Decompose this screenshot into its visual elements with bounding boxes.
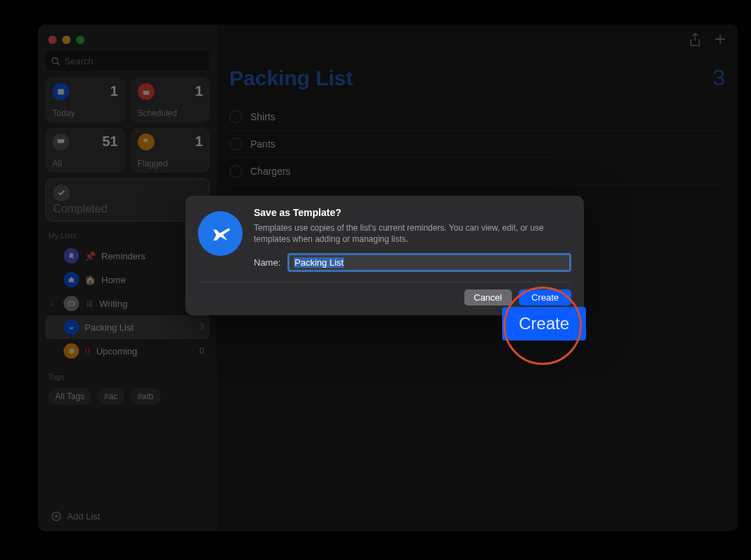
pin-icon: 📌 xyxy=(85,251,96,261)
tile-label: Today xyxy=(52,108,118,118)
tile-count: 1 xyxy=(195,83,203,99)
svg-rect-2 xyxy=(58,89,64,94)
tile-all[interactable]: 51 All xyxy=(45,128,125,173)
calendar-icon xyxy=(138,83,155,100)
maximize-window-button[interactable] xyxy=(76,36,85,44)
search-field[interactable] xyxy=(45,51,210,71)
plane-icon xyxy=(198,211,243,256)
reminder-title: Pants xyxy=(250,138,276,150)
tray-icon xyxy=(52,134,69,150)
reminder-title: Shirts xyxy=(250,111,276,122)
plane-icon xyxy=(64,320,79,335)
list-packing-list[interactable]: Packing List 3 xyxy=(45,315,210,339)
home-icon xyxy=(64,272,79,287)
complete-toggle[interactable] xyxy=(229,138,242,150)
window-controls xyxy=(45,33,210,51)
svg-rect-5 xyxy=(69,302,74,306)
list-label: Home xyxy=(101,275,126,285)
highlighted-create-button[interactable]: Create xyxy=(502,307,586,340)
tags: All Tags #ac #atb xyxy=(45,385,210,408)
smart-list-tiles: 1 Today 1 Scheduled 51 xyxy=(45,78,210,173)
tile-count: 1 xyxy=(110,83,117,99)
complete-toggle[interactable] xyxy=(229,110,242,123)
chevron-right-icon[interactable]: › xyxy=(51,300,58,308)
tile-label: Scheduled xyxy=(138,108,203,118)
tile-today[interactable]: 1 Today xyxy=(45,78,125,122)
name-label: Name: xyxy=(254,257,280,268)
save-template-modal: Save as Template? Templates use copies o… xyxy=(185,196,584,315)
template-name-value: Packing List xyxy=(294,257,344,268)
bookmark-icon xyxy=(64,248,79,264)
tile-scheduled[interactable]: 1 Scheduled xyxy=(131,78,210,122)
reminder-title: Chargers xyxy=(250,166,291,177)
tag-atb[interactable]: #atb xyxy=(130,388,160,405)
search-icon xyxy=(51,57,60,66)
svg-line-1 xyxy=(57,62,59,64)
tag-ac[interactable]: #ac xyxy=(97,388,124,405)
display-icon: 🖥 xyxy=(85,299,94,309)
search-input[interactable] xyxy=(63,55,204,67)
plus-circle-icon xyxy=(51,511,62,522)
section-mylists-title: My Lists xyxy=(48,231,207,240)
list-upcoming[interactable]: ✱ !! Upcoming 0 xyxy=(45,339,210,363)
calendar-today-icon xyxy=(52,83,69,100)
asterisk-icon: ✱ xyxy=(64,343,79,359)
section-tags-title: Tags xyxy=(48,373,207,381)
modal-description: Templates use copies of the list's curre… xyxy=(254,222,571,245)
share-icon[interactable] xyxy=(689,33,701,47)
folder-icon xyxy=(64,296,79,311)
add-reminder-icon[interactable] xyxy=(714,33,727,47)
checkmark-icon xyxy=(53,185,70,201)
list-header: Packing List 3 xyxy=(229,65,725,91)
create-button[interactable]: Create xyxy=(519,289,571,306)
tile-count: 1 xyxy=(195,134,203,150)
list-count: 3 xyxy=(199,322,204,332)
toolbar xyxy=(689,33,727,47)
tile-label: All xyxy=(52,159,118,168)
reminder-item[interactable]: Chargers xyxy=(229,158,725,185)
priority-icon: !! xyxy=(85,346,91,357)
add-list-label: Add List xyxy=(67,511,100,522)
reminder-item[interactable]: Pants xyxy=(229,131,725,158)
add-list-button[interactable]: Add List xyxy=(45,504,210,531)
modal-title: Save as Template? xyxy=(254,207,571,218)
close-window-button[interactable] xyxy=(48,36,57,44)
list-count: 0 xyxy=(199,346,204,356)
tag-all[interactable]: All Tags xyxy=(48,388,92,405)
cancel-button[interactable]: Cancel xyxy=(464,289,512,306)
tile-label: Completed xyxy=(53,203,202,215)
template-name-input[interactable]: Packing List xyxy=(287,253,571,272)
tile-flagged[interactable]: 1 Flagged xyxy=(131,128,210,173)
reminder-item[interactable]: Shirts xyxy=(229,103,725,131)
reminder-items: Shirts Pants Chargers xyxy=(229,103,725,185)
minimize-window-button[interactable] xyxy=(62,36,71,44)
flag-icon xyxy=(138,134,155,150)
list-title: Packing List xyxy=(229,66,353,90)
tile-label: Flagged xyxy=(138,159,203,168)
tile-count: 51 xyxy=(102,134,117,150)
list-label: Writing xyxy=(99,299,127,309)
list-total-count: 3 xyxy=(713,65,725,91)
list-label: Reminders xyxy=(101,251,145,261)
list-label: Upcoming xyxy=(96,346,138,357)
svg-rect-4 xyxy=(143,89,149,90)
list-label: Packing List xyxy=(85,322,134,333)
svg-point-0 xyxy=(52,57,58,63)
complete-toggle[interactable] xyxy=(229,165,242,178)
house-glyph-icon: 🏠 xyxy=(85,275,96,285)
